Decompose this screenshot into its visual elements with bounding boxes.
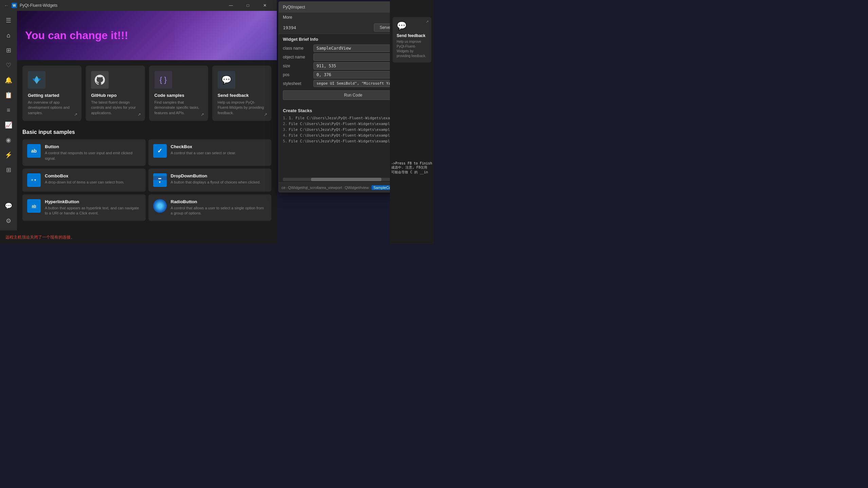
combobox-icon: ≡▼ [27, 173, 41, 187]
sidebar-list-icon[interactable]: ≡ [2, 103, 15, 117]
right-feedback-card[interactable]: 💬 Send feedback Help us improve PyQt-Flu… [393, 17, 431, 63]
card-github[interactable]: GitHub repo The latest fluent design con… [86, 66, 145, 121]
breadcrumb-sep-2: › [343, 186, 344, 190]
github-icon [91, 71, 109, 89]
list-item[interactable]: ≡▼ ComboBox A drop-down list of items a … [22, 169, 146, 192]
button-desc: A control that responds to user input an… [45, 151, 141, 161]
close-button[interactable]: ✕ [257, 0, 273, 11]
dropdown-desc: A button that displays a flyout of choic… [171, 180, 267, 185]
combobox-desc: A drop-down list of items a user can sel… [45, 180, 141, 185]
checkbox-desc: A control that a user can select or clea… [171, 151, 267, 156]
back-button[interactable]: ← [4, 3, 9, 8]
right-panel: 💬 Send feedback Help us improve PyQt-Flu… [390, 0, 434, 244]
card-code-samples[interactable]: { } Code samples Find samples that demon… [149, 66, 208, 121]
main-content: You can change it!!! Getting started An … [17, 11, 277, 230]
sidebar-analytics-icon[interactable]: 📈 [2, 118, 15, 132]
button-name: Button [45, 144, 141, 149]
getting-started-title: Getting started [28, 93, 76, 98]
checkbox-icon: ✓ [153, 144, 167, 158]
debug-line-4: 可能会导致 C 的 __in [391, 170, 433, 175]
size-label: size [283, 64, 313, 68]
button-icon: ab [27, 144, 41, 158]
combobox-info: ComboBox A drop-down list of items a use… [45, 173, 141, 185]
getting-started-icon [28, 71, 46, 89]
status-area: 远程主机强迫关闭了一个现有的连接。 [0, 230, 277, 244]
sidebar-menu-icon[interactable]: ☰ [2, 14, 15, 27]
hero-title: You can change it!!! [25, 29, 128, 42]
button-info: Button A control that responds to user i… [45, 144, 141, 161]
breadcrumb-item-viewport[interactable]: QWidget#qt_scrollarea_viewport [288, 186, 342, 190]
radio-desc: A control that allows a user to select a… [171, 206, 267, 216]
app-icon-text: W [13, 4, 16, 7]
maximize-button[interactable]: □ [240, 0, 256, 11]
title-bar: ← W PyQt-Fluent-Widgets — □ ✕ [0, 0, 277, 11]
hyperlink-name: HyperlinkButton [45, 199, 141, 204]
scrollbar-thumb[interactable] [311, 178, 381, 181]
github-link[interactable]: ↗ [138, 112, 141, 117]
more-menu-item[interactable]: More [283, 15, 292, 20]
input-grid: ab Button A control that responds to use… [17, 139, 277, 221]
list-item[interactable]: ab HyperlinkButton A button that appears… [22, 194, 146, 221]
sidebar-notifications-icon[interactable]: 🔔 [2, 73, 15, 87]
radio-name: RadioButton [171, 199, 267, 204]
sidebar-radio-icon[interactable]: ◉ [2, 133, 15, 147]
cards-section: Getting started An overview of app devel… [17, 60, 277, 126]
code-samples-link[interactable]: ↗ [201, 112, 204, 117]
app-icon: W [12, 3, 17, 8]
right-feedback-desc: Help us improve PyQt-Fluent-Widgets by p… [397, 39, 427, 58]
feedback-icon: 💬 [218, 71, 235, 89]
sidebar-settings-icon[interactable]: ⚙ [2, 214, 15, 228]
stylesheet-label: stylesheet [283, 81, 313, 86]
window-controls: — □ ✕ [223, 0, 273, 11]
dropdown-info: DropDownButton A button that displays a … [171, 173, 267, 185]
window-title: PyQt-Fluent-Widgets [20, 3, 57, 8]
feedback-link[interactable]: ↗ [264, 112, 267, 117]
sidebar-grid-icon[interactable]: ⊞ [2, 163, 15, 177]
basic-inputs-title: Basic input samples [17, 126, 277, 139]
hyperlink-icon: ab [27, 199, 41, 213]
card-getting-started[interactable]: Getting started An overview of app devel… [22, 66, 82, 121]
breadcrumb-sep-1: › [286, 186, 288, 190]
sidebar-clipboard-icon[interactable]: 📋 [2, 88, 15, 102]
dropdown-name: DropDownButton [171, 173, 267, 178]
github-desc: The latest fluent design controls and st… [91, 100, 139, 116]
combobox-name: ComboBox [45, 173, 141, 178]
right-feedback-title: Send feedback [397, 33, 427, 38]
debug-line-1: ->Press F8 to Finish I [391, 161, 433, 165]
right-feedback-link[interactable]: ↗ [426, 20, 429, 23]
feedback-title: Send feedback [218, 93, 266, 98]
object-name-label: object name [283, 55, 313, 59]
radio-icon [153, 199, 167, 213]
list-item[interactable]: RadioButton A control that allows a user… [148, 194, 272, 221]
status-message: 远程主机强迫关闭了一个现有的连接。 [5, 234, 75, 240]
feedback-desc: Help us improve PyQt-Fluent-Widgets by p… [218, 100, 266, 116]
hyperlink-desc: A button that appears as hyperlink text,… [45, 206, 141, 216]
sidebar: ☰ ⌂ ⊞ ♡ 🔔 📋 ≡ 📈 ◉ ⚡ ⊞ 💬 ⚙ [0, 11, 17, 230]
inspect-window-title: PyQtInspect [283, 5, 391, 10]
right-feedback-icon: 💬 [397, 21, 427, 31]
sidebar-apps-icon[interactable]: ⊞ [2, 43, 15, 57]
sidebar-feedback-icon[interactable]: 💬 [2, 199, 15, 213]
list-item[interactable]: ✓ CheckBox A control that a user can sel… [148, 139, 272, 166]
main-window: ← W PyQt-Fluent-Widgets — □ ✕ ☰ ⌂ ⊞ ♡ 🔔 … [0, 0, 277, 244]
github-title: GitHub repo [91, 93, 139, 98]
minimize-button[interactable]: — [223, 0, 239, 11]
hyperlink-info: HyperlinkButton A button that appears as… [45, 199, 141, 216]
breadcrumb-item-ce[interactable]: ce [282, 186, 286, 190]
sidebar-favorites-icon[interactable]: ♡ [2, 58, 15, 72]
card-feedback[interactable]: 💬 Send feedback Help us improve PyQt-Flu… [212, 66, 271, 121]
breadcrumb-item-view[interactable]: QWidget#view [345, 186, 369, 190]
list-item[interactable]: ▬ ▼ DropDownButton A button that display… [148, 169, 272, 192]
radio-info: RadioButton A control that allows a user… [171, 199, 267, 216]
pos-label: pos [283, 72, 313, 77]
hero-section: You can change it!!! [17, 11, 277, 60]
list-item[interactable]: ab Button A control that responds to use… [22, 139, 146, 166]
app-body: ☰ ⌂ ⊞ ♡ 🔔 📋 ≡ 📈 ◉ ⚡ ⊞ 💬 ⚙ You can change… [0, 11, 277, 230]
getting-started-desc: An overview of app development options a… [28, 100, 76, 116]
sidebar-home-icon[interactable]: ⌂ [2, 29, 15, 42]
debug-line-2: 成选中. 注意, F8仅用 [391, 165, 433, 170]
sidebar-flash-icon[interactable]: ⚡ [2, 148, 15, 162]
getting-started-link[interactable]: ↗ [74, 112, 77, 117]
checkbox-info: CheckBox A control that a user can selec… [171, 144, 267, 156]
dropdown-icon: ▬ ▼ [153, 173, 167, 187]
